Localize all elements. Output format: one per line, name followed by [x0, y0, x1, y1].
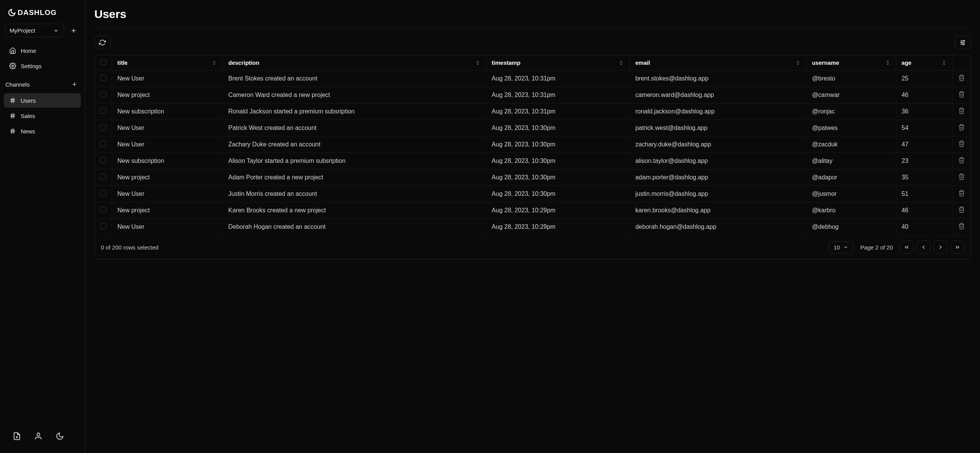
- cell-username: @karbro: [806, 202, 896, 219]
- home-icon: [9, 47, 16, 54]
- nav-home[interactable]: Home: [4, 43, 81, 58]
- cell-title: New project: [112, 202, 223, 219]
- sort-icon[interactable]: [942, 60, 947, 66]
- channel-label: Sales: [21, 113, 35, 119]
- row-checkbox[interactable]: [100, 75, 106, 81]
- svg-line-7: [12, 98, 12, 103]
- delete-row-button[interactable]: [958, 223, 965, 230]
- cell-title: New User: [112, 71, 223, 87]
- cell-description: Brent Stokes created an account: [223, 71, 486, 87]
- cell-timestamp: Aug 28, 2023, 10:30pm: [486, 169, 630, 186]
- cell-age: 35: [896, 169, 952, 186]
- col-age[interactable]: age: [896, 55, 952, 71]
- cell-title: New project: [112, 169, 223, 186]
- sort-icon[interactable]: [475, 60, 481, 66]
- svg-point-23: [961, 42, 962, 43]
- delete-row-button[interactable]: [958, 74, 965, 81]
- cell-email: ronald.jackson@dashlog.app: [630, 103, 806, 120]
- cell-email: brent.stokes@dashlog.app: [630, 71, 806, 87]
- col-description[interactable]: description: [223, 55, 486, 71]
- sidebar-channel-sales[interactable]: Sales: [4, 108, 81, 123]
- cell-age: 36: [896, 103, 952, 120]
- cell-username: @ronjac: [806, 103, 896, 120]
- delete-row-button[interactable]: [958, 173, 965, 180]
- col-timestamp[interactable]: timestamp: [486, 55, 630, 71]
- cell-age: 23: [896, 153, 952, 169]
- cell-username: @camwar: [806, 87, 896, 103]
- channels-header: Channels: [4, 74, 81, 93]
- theme-toggle[interactable]: [52, 428, 68, 444]
- svg-point-25: [963, 44, 964, 45]
- select-all-checkbox[interactable]: [100, 59, 106, 65]
- table-row: New subscription Alison Taylor started a…: [95, 153, 970, 169]
- cell-description: Patrick West created an account: [223, 120, 486, 136]
- cell-title: New User: [112, 120, 223, 136]
- add-channel-button[interactable]: [69, 79, 79, 89]
- svg-line-8: [13, 98, 14, 103]
- delete-row-button[interactable]: [958, 190, 965, 197]
- cell-username: @zacduk: [806, 136, 896, 153]
- row-checkbox[interactable]: [100, 174, 106, 180]
- hash-icon: [9, 112, 16, 119]
- table-row: New User Justin Morris created an accoun…: [95, 186, 970, 202]
- first-page-button[interactable]: [900, 241, 914, 254]
- col-title[interactable]: title: [112, 55, 223, 71]
- page-size-select[interactable]: 10: [828, 241, 853, 253]
- sort-icon[interactable]: [885, 60, 891, 66]
- cell-username: @debhog: [806, 219, 896, 235]
- row-checkbox[interactable]: [100, 91, 106, 97]
- sort-icon[interactable]: [212, 60, 217, 66]
- cell-title: New User: [112, 136, 223, 153]
- add-project-button[interactable]: [67, 24, 80, 37]
- col-email[interactable]: email: [630, 55, 806, 71]
- refresh-button[interactable]: [94, 36, 110, 49]
- project-row: MyProject: [4, 24, 81, 37]
- cell-title: New subscription: [112, 153, 223, 169]
- project-select[interactable]: MyProject: [5, 24, 64, 37]
- cell-timestamp: Aug 28, 2023, 10:30pm: [486, 136, 630, 153]
- table-row: New project Karen Brooks created a new p…: [95, 202, 970, 219]
- svg-line-16: [13, 128, 14, 134]
- cell-email: patrick.west@dashlog.app: [630, 120, 806, 136]
- sidebar: DASHLOG MyProject Home Settings Channels: [0, 0, 85, 453]
- last-page-button[interactable]: [950, 241, 964, 254]
- row-checkbox[interactable]: [100, 141, 106, 147]
- prev-page-button[interactable]: [917, 241, 931, 254]
- table-row: New project Cameron Ward created a new p…: [95, 87, 970, 103]
- table-row: New User Patrick West created an account…: [95, 120, 970, 136]
- svg-line-15: [12, 128, 12, 134]
- row-checkbox[interactable]: [100, 207, 106, 213]
- sort-icon[interactable]: [619, 60, 624, 66]
- delete-row-button[interactable]: [958, 124, 965, 131]
- next-page-button[interactable]: [934, 241, 947, 254]
- delete-row-button[interactable]: [958, 140, 965, 147]
- filter-button[interactable]: [955, 36, 971, 49]
- sort-icon[interactable]: [796, 60, 801, 66]
- profile-button[interactable]: [31, 428, 46, 444]
- nav-settings[interactable]: Settings: [4, 59, 81, 73]
- row-checkbox[interactable]: [100, 157, 106, 163]
- col-username[interactable]: username: [806, 55, 896, 71]
- delete-row-button[interactable]: [958, 91, 965, 98]
- row-checkbox[interactable]: [100, 124, 106, 130]
- delete-row-button[interactable]: [958, 157, 965, 164]
- delete-row-button[interactable]: [958, 206, 965, 213]
- svg-line-12: [13, 113, 14, 118]
- delete-row-button[interactable]: [958, 107, 965, 114]
- row-checkbox[interactable]: [100, 190, 106, 196]
- chevron-down-icon: [53, 28, 59, 34]
- docs-button[interactable]: [9, 428, 25, 444]
- sidebar-channel-news[interactable]: News: [4, 124, 81, 138]
- page-size-value: 10: [833, 244, 840, 251]
- cell-description: Justin Morris created an account: [223, 186, 486, 202]
- pager: 10 Page 2 of 20: [828, 241, 964, 254]
- cell-username: @jusmor: [806, 186, 896, 202]
- svg-line-11: [12, 113, 12, 118]
- row-checkbox[interactable]: [100, 108, 106, 114]
- cell-age: 40: [896, 219, 952, 235]
- users-table: title description timestamp email userna…: [95, 55, 970, 235]
- row-checkbox[interactable]: [100, 223, 106, 229]
- nav-home-label: Home: [21, 48, 36, 54]
- sidebar-channel-users[interactable]: Users: [4, 93, 81, 108]
- cell-description: Adam Porter created a new project: [223, 169, 486, 186]
